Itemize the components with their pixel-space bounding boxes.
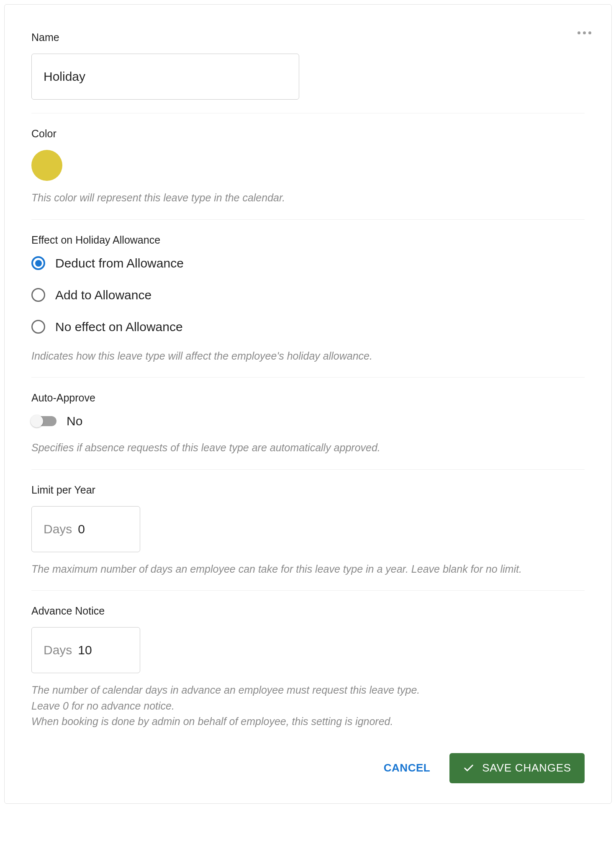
save-button[interactable]: SAVE CHANGES: [449, 753, 585, 783]
advance-label: Advance Notice: [31, 605, 585, 617]
effect-section: Effect on Holiday Allowance Deduct from …: [31, 234, 585, 378]
auto-approve-row: No: [31, 414, 585, 428]
cancel-button[interactable]: CANCEL: [380, 756, 434, 779]
advance-hint-1: The number of calendar days in advance a…: [31, 682, 585, 698]
name-label: Name: [31, 31, 585, 44]
effect-option-none[interactable]: No effect on Allowance: [31, 320, 585, 334]
color-label: Color: [31, 128, 585, 140]
radio-label: Add to Allowance: [55, 288, 151, 302]
color-section: Color This color will represent this lea…: [31, 128, 585, 220]
color-hint: This color will represent this leave typ…: [31, 190, 585, 206]
leave-type-form: Name Color This color will represent thi…: [4, 4, 612, 804]
advance-hint-3: When booking is done by admin on behalf …: [31, 714, 585, 730]
radio-icon: [31, 256, 45, 270]
limit-section: Limit per Year Days The maximum number o…: [31, 484, 585, 591]
limit-input-wrap[interactable]: Days: [31, 506, 140, 552]
effect-label: Effect on Holiday Allowance: [31, 234, 585, 246]
radio-icon: [31, 288, 45, 302]
auto-approve-label: Auto-Approve: [31, 392, 585, 404]
effect-option-deduct[interactable]: Deduct from Allowance: [31, 256, 585, 270]
auto-approve-section: Auto-Approve No Specifies if absence req…: [31, 392, 585, 470]
radio-label: Deduct from Allowance: [55, 256, 184, 270]
toggle-knob: [31, 415, 43, 427]
advance-input[interactable]: [78, 643, 128, 657]
effect-hint: Indicates how this leave type will affec…: [31, 348, 585, 364]
effect-option-add[interactable]: Add to Allowance: [31, 288, 585, 302]
auto-approve-value: No: [67, 414, 82, 428]
auto-approve-hint: Specifies if absence requests of this le…: [31, 440, 585, 456]
advance-section: Advance Notice Days The number of calend…: [31, 605, 585, 730]
color-swatch[interactable]: [31, 150, 62, 181]
check-icon: [463, 762, 475, 774]
advance-hint-2: Leave 0 for no advance notice.: [31, 698, 585, 714]
auto-approve-toggle[interactable]: [31, 416, 56, 426]
days-prefix: Days: [44, 522, 72, 536]
radio-label: No effect on Allowance: [55, 320, 183, 334]
name-input[interactable]: [31, 54, 299, 100]
effect-radio-group: Deduct from Allowance Add to Allowance N…: [31, 256, 585, 334]
form-actions: CANCEL SAVE CHANGES: [31, 753, 585, 783]
limit-hint: The maximum number of days an employee c…: [31, 561, 585, 577]
save-button-label: SAVE CHANGES: [482, 761, 571, 774]
advance-input-wrap[interactable]: Days: [31, 627, 140, 673]
limit-label: Limit per Year: [31, 484, 585, 496]
days-prefix: Days: [44, 643, 72, 657]
name-section: Name: [31, 31, 585, 113]
limit-input[interactable]: [78, 522, 128, 536]
more-menu-icon[interactable]: [578, 31, 591, 34]
radio-icon: [31, 320, 45, 334]
